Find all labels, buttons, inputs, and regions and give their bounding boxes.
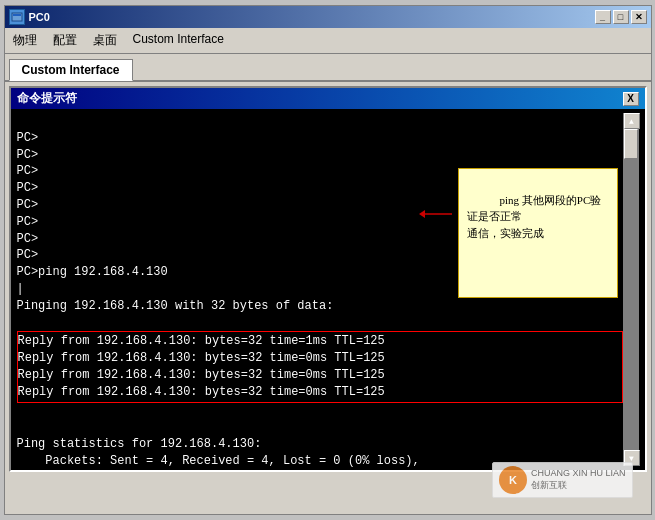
title-bar: PC0 _ □ ✕ — [5, 6, 651, 28]
watermark-logo-icon: K — [503, 470, 523, 490]
watermark: K CHUANG XIN HU LIAN 创新互联 — [5, 462, 633, 498]
annotation-bubble: ping 其他网段的PC验证是否正常 通信，实验完成 — [458, 168, 618, 298]
terminal-line-6: PC> — [17, 232, 39, 246]
terminal-line-5: PC> — [17, 215, 39, 229]
window-icon — [9, 9, 25, 25]
minimize-button[interactable]: _ — [595, 10, 611, 24]
watermark-company-line1: CHUANG XIN HU LIAN — [531, 468, 626, 480]
terminal-line-2: PC> — [17, 164, 39, 178]
terminal-line-ping-cmd: PC>ping 192.168.4.130 — [17, 265, 168, 279]
close-button[interactable]: ✕ — [631, 10, 647, 24]
annotation-text: ping 其他网段的PC验证是否正常 通信，实验完成 — [467, 194, 602, 239]
svg-marker-3 — [419, 210, 425, 218]
window-title: PC0 — [29, 11, 50, 23]
terminal-blank-1 — [17, 316, 24, 330]
terminal-title-bar: 命令提示符 X — [11, 88, 645, 109]
terminal-line-cursor: | — [17, 282, 24, 296]
menu-bar: 物理 配置 桌面 Custom Interface — [5, 28, 651, 54]
scrollbar-thumb[interactable] — [624, 129, 638, 159]
terminal-stats-header: Ping statistics for 192.168.4.130: — [17, 437, 262, 451]
terminal-line-3: PC> — [17, 181, 39, 195]
terminal-close-button[interactable]: X — [623, 92, 639, 106]
terminal-line-0: PC> — [17, 131, 39, 145]
menu-item-physics[interactable]: 物理 — [5, 30, 45, 51]
main-window: PC0 _ □ ✕ 物理 配置 桌面 Custom Interface Cust… — [4, 5, 652, 515]
terminal-scrollbar: ▲ ▼ — [623, 113, 639, 466]
terminal-line-7: PC> — [17, 248, 39, 262]
terminal-line-4: PC> — [17, 198, 39, 212]
terminal-body[interactable]: PC> PC> PC> PC> PC> PC> PC> PC> PC>ping … — [11, 109, 645, 470]
terminal-title: 命令提示符 — [17, 90, 77, 107]
main-content: 命令提示符 X PC> PC> PC> PC> PC> PC> PC> PC> … — [5, 82, 651, 514]
watermark-company-text: CHUANG XIN HU LIAN 创新互联 — [531, 468, 626, 491]
terminal-blank-2 — [17, 420, 24, 434]
svg-rect-1 — [13, 14, 21, 16]
scrollbar-track[interactable] — [624, 129, 639, 450]
menu-item-config[interactable]: 配置 — [45, 30, 85, 51]
scrollbar-up-button[interactable]: ▲ — [624, 113, 640, 129]
maximize-button[interactable]: □ — [613, 10, 629, 24]
terminal-line-1: PC> — [17, 148, 39, 162]
tab-custom-interface[interactable]: Custom Interface — [9, 59, 133, 81]
title-bar-text: PC0 — [9, 9, 50, 25]
watermark-logo: K — [499, 466, 527, 494]
terminal-content: PC> PC> PC> PC> PC> PC> PC> PC> PC>ping … — [17, 113, 623, 466]
menu-item-desktop[interactable]: 桌面 — [85, 30, 125, 51]
terminal-reply-box: Reply from 192.168.4.130: bytes=32 time=… — [17, 331, 623, 402]
watermark-company-line2: 创新互联 — [531, 480, 626, 492]
terminal-pinging-line: Pinging 192.168.4.130 with 32 bytes of d… — [17, 299, 334, 313]
annotation-arrow-icon — [419, 207, 454, 221]
title-controls: _ □ ✕ — [595, 10, 647, 24]
tab-bar: Custom Interface — [5, 54, 651, 82]
menu-item-custom[interactable]: Custom Interface — [125, 30, 232, 51]
svg-text:K: K — [509, 474, 517, 486]
terminal-window: 命令提示符 X PC> PC> PC> PC> PC> PC> PC> PC> … — [9, 86, 647, 472]
